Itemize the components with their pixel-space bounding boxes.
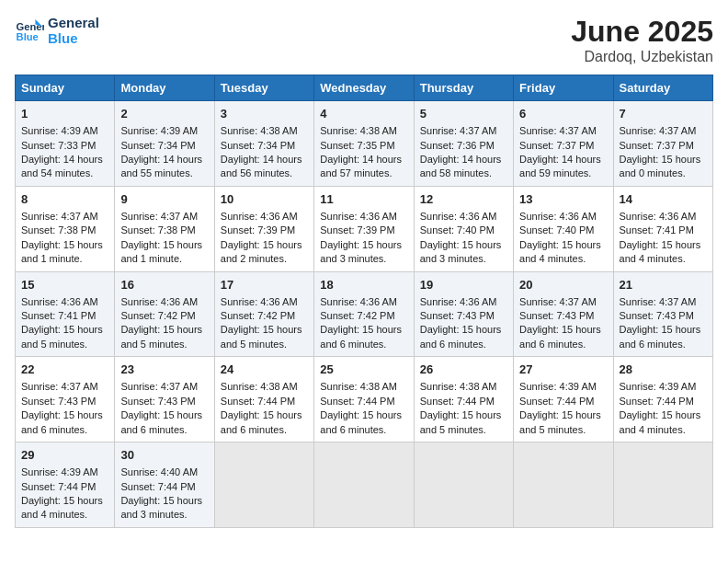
day-info-line: Daylight: 15 hours xyxy=(21,323,108,337)
calendar-cell: 17Sunrise: 4:36 AMSunset: 7:42 PMDayligh… xyxy=(214,271,313,357)
day-number: 5 xyxy=(420,106,507,122)
calendar-cell: 3Sunrise: 4:38 AMSunset: 7:34 PMDaylight… xyxy=(214,101,313,187)
day-info-line: Daylight: 15 hours xyxy=(21,238,108,252)
calendar-header-row: SundayMondayTuesdayWednesdayThursdayFrid… xyxy=(16,75,713,101)
day-number: 25 xyxy=(320,362,407,378)
day-info-line: Daylight: 15 hours xyxy=(320,408,407,422)
day-info-line: and 59 minutes. xyxy=(519,167,607,180)
calendar-cell: 5Sunrise: 4:37 AMSunset: 7:36 PMDaylight… xyxy=(414,101,513,187)
day-info-line: Sunrise: 4:36 AM xyxy=(120,295,208,309)
calendar-cell: 20Sunrise: 4:37 AMSunset: 7:43 PMDayligh… xyxy=(514,271,613,357)
svg-text:General: General xyxy=(17,21,44,32)
day-info-line: Sunset: 7:35 PM xyxy=(320,139,407,153)
day-info-line: Sunset: 7:34 PM xyxy=(120,139,208,153)
day-info-line: and 3 minutes. xyxy=(120,508,208,522)
calendar-cell: 26Sunrise: 4:38 AMSunset: 7:44 PMDayligh… xyxy=(414,357,513,442)
day-info-line: Sunset: 7:42 PM xyxy=(120,309,208,323)
day-number: 27 xyxy=(519,362,607,378)
day-info-line: Daylight: 14 hours xyxy=(519,153,607,167)
calendar-week-row: 22Sunrise: 4:37 AMSunset: 7:43 PMDayligh… xyxy=(16,357,713,442)
calendar-cell: 25Sunrise: 4:38 AMSunset: 7:44 PMDayligh… xyxy=(314,357,414,442)
day-info-line: and 6 minutes. xyxy=(221,423,308,437)
day-info-line: Sunrise: 4:39 AM xyxy=(620,380,707,394)
header: General Blue General Blue June 2025 Dard… xyxy=(15,15,713,65)
day-info-line: Sunrise: 4:37 AM xyxy=(620,295,707,309)
calendar-cell xyxy=(214,442,313,528)
day-number: 23 xyxy=(120,362,208,378)
day-info-line: Sunset: 7:43 PM xyxy=(519,309,607,323)
day-info-line: Daylight: 15 hours xyxy=(620,238,707,252)
day-info-line: Sunrise: 4:38 AM xyxy=(320,124,407,138)
calendar-cell: 24Sunrise: 4:38 AMSunset: 7:44 PMDayligh… xyxy=(214,357,313,442)
day-info-line: and 6 minutes. xyxy=(21,423,108,437)
day-info-line: Sunrise: 4:39 AM xyxy=(21,124,108,138)
day-info-line: and 54 minutes. xyxy=(21,167,108,180)
day-info-line: Sunset: 7:44 PM xyxy=(620,395,707,408)
calendar-week-row: 8Sunrise: 4:37 AMSunset: 7:38 PMDaylight… xyxy=(16,186,713,271)
calendar-table: SundayMondayTuesdayWednesdayThursdayFrid… xyxy=(15,75,713,528)
day-info-line: Daylight: 14 hours xyxy=(120,153,208,167)
calendar-cell: 12Sunrise: 4:36 AMSunset: 7:40 PMDayligh… xyxy=(414,186,513,271)
day-number: 2 xyxy=(120,106,208,122)
day-number: 18 xyxy=(320,277,407,293)
day-info-line: Daylight: 15 hours xyxy=(120,494,208,508)
day-number: 26 xyxy=(420,362,507,378)
day-info-line: Sunset: 7:36 PM xyxy=(420,139,507,153)
day-number: 16 xyxy=(120,277,208,293)
day-info-line: Sunset: 7:42 PM xyxy=(320,309,407,323)
title-block: June 2025 Dardoq, Uzbekistan xyxy=(571,15,713,65)
day-number: 7 xyxy=(620,106,707,122)
calendar-cell: 29Sunrise: 4:39 AMSunset: 7:44 PMDayligh… xyxy=(16,442,115,528)
day-info-line: Daylight: 15 hours xyxy=(620,323,707,337)
day-info-line: and 5 minutes. xyxy=(420,423,507,437)
calendar-cell xyxy=(414,442,513,528)
day-info-line: Sunset: 7:41 PM xyxy=(21,309,108,323)
calendar-week-row: 15Sunrise: 4:36 AMSunset: 7:41 PMDayligh… xyxy=(16,271,713,357)
day-info-line: Sunset: 7:39 PM xyxy=(320,224,407,237)
day-info-line: and 6 minutes. xyxy=(320,338,407,351)
day-number: 8 xyxy=(21,191,108,208)
day-info-line: and 56 minutes. xyxy=(221,167,308,180)
day-info-line: Daylight: 15 hours xyxy=(620,408,707,422)
day-number: 12 xyxy=(420,191,507,208)
calendar-cell: 15Sunrise: 4:36 AMSunset: 7:41 PMDayligh… xyxy=(16,271,115,357)
day-info-line: Daylight: 15 hours xyxy=(519,408,607,422)
day-info-line: Daylight: 15 hours xyxy=(21,408,108,422)
day-header: Thursday xyxy=(414,75,513,101)
calendar-cell: 22Sunrise: 4:37 AMSunset: 7:43 PMDayligh… xyxy=(16,357,115,442)
calendar-cell xyxy=(613,442,712,528)
calendar-cell: 18Sunrise: 4:36 AMSunset: 7:42 PMDayligh… xyxy=(314,271,414,357)
day-info-line: and 4 minutes. xyxy=(620,252,707,266)
day-info-line: Sunset: 7:43 PM xyxy=(620,309,707,323)
day-number: 24 xyxy=(221,362,308,378)
day-info-line: Sunset: 7:41 PM xyxy=(620,224,707,237)
calendar-cell: 27Sunrise: 4:39 AMSunset: 7:44 PMDayligh… xyxy=(514,357,613,442)
day-info-line: Sunset: 7:44 PM xyxy=(221,395,308,408)
calendar-cell: 23Sunrise: 4:37 AMSunset: 7:43 PMDayligh… xyxy=(115,357,214,442)
day-header: Sunday xyxy=(16,75,115,101)
day-info-line: Sunset: 7:33 PM xyxy=(21,139,108,153)
day-info-line: Sunrise: 4:36 AM xyxy=(221,295,308,309)
day-info-line: Sunrise: 4:39 AM xyxy=(519,380,607,394)
day-info-line: Daylight: 15 hours xyxy=(221,238,308,252)
day-info-line: Sunset: 7:38 PM xyxy=(21,224,108,237)
day-info-line: Sunset: 7:44 PM xyxy=(320,395,407,408)
day-info-line: Sunrise: 4:40 AM xyxy=(120,465,208,479)
day-number: 30 xyxy=(120,447,208,464)
day-info-line: and 6 minutes. xyxy=(420,338,507,351)
calendar-cell: 10Sunrise: 4:36 AMSunset: 7:39 PMDayligh… xyxy=(214,186,313,271)
svg-text:Blue: Blue xyxy=(17,31,39,42)
day-info-line: Daylight: 15 hours xyxy=(420,323,507,337)
day-info-line: Sunset: 7:43 PM xyxy=(420,309,507,323)
day-header: Friday xyxy=(514,75,613,101)
calendar-cell: 6Sunrise: 4:37 AMSunset: 7:37 PMDaylight… xyxy=(514,101,613,187)
day-number: 29 xyxy=(21,447,108,464)
day-info-line: Daylight: 15 hours xyxy=(519,238,607,252)
day-number: 9 xyxy=(120,191,208,208)
day-info-line: Sunrise: 4:37 AM xyxy=(21,210,108,224)
day-info-line: and 5 minutes. xyxy=(519,423,607,437)
calendar-subtitle: Dardoq, Uzbekistan xyxy=(571,49,713,65)
day-info-line: Sunset: 7:39 PM xyxy=(221,224,308,237)
day-info-line: Daylight: 15 hours xyxy=(21,494,108,508)
day-info-line: Sunrise: 4:37 AM xyxy=(620,124,707,138)
